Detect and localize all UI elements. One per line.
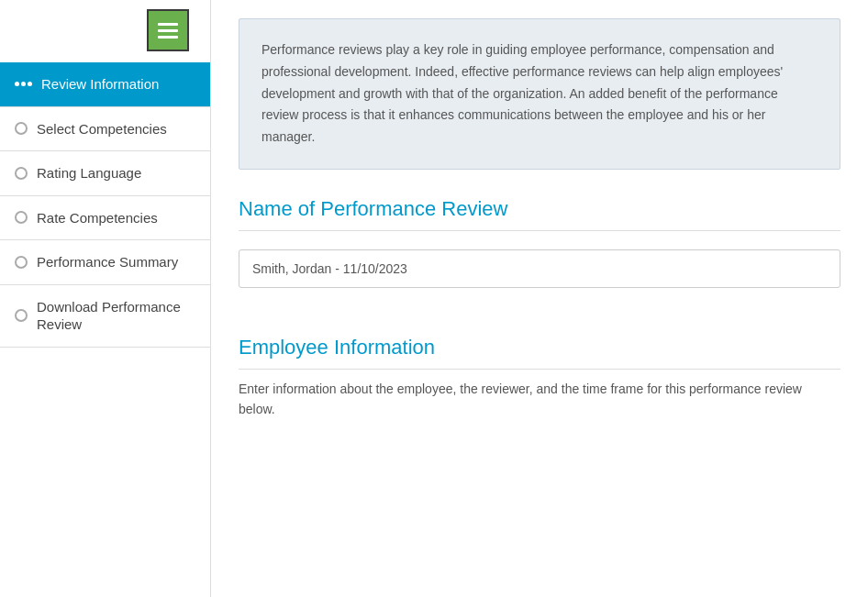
- menu-bar-3: [158, 36, 178, 39]
- sidebar-item-rate-competencies[interactable]: Rate Competencies: [0, 196, 210, 241]
- dots-icon: [15, 82, 32, 86]
- sidebar-item-review-information[interactable]: Review Information: [0, 62, 210, 107]
- sidebar-nav: Review Information Select Competencies R…: [0, 62, 210, 348]
- main-content: Performance reviews play a key role in g…: [211, 0, 868, 597]
- sidebar: Review Information Select Competencies R…: [0, 0, 211, 597]
- sidebar-item-performance-summary[interactable]: Performance Summary: [0, 240, 210, 285]
- radio-icon-rate-competencies: [15, 211, 28, 224]
- menu-bar-2: [158, 29, 178, 32]
- intro-box: Performance reviews play a key role in g…: [239, 18, 840, 170]
- performance-review-name-input[interactable]: [239, 249, 840, 288]
- sidebar-label-review-information: Review Information: [41, 75, 159, 94]
- radio-icon-rating-language: [15, 167, 28, 180]
- radio-icon-download-performance-review: [15, 309, 28, 322]
- sidebar-label-performance-summary: Performance Summary: [37, 253, 178, 271]
- employee-information-description: Enter information about the employee, th…: [239, 379, 840, 420]
- menu-bar-1: [158, 23, 178, 26]
- section-name-of-performance-review: Name of Performance Review: [239, 197, 840, 314]
- sidebar-label-rating-language: Rating Language: [37, 164, 141, 182]
- intro-text: Performance reviews play a key role in g…: [262, 39, 818, 149]
- sidebar-item-download-performance-review[interactable]: Download Performance Review: [0, 285, 210, 348]
- sidebar-item-select-competencies[interactable]: Select Competencies: [0, 107, 210, 152]
- sidebar-label-select-competencies: Select Competencies: [37, 120, 167, 138]
- radio-icon-select-competencies: [15, 122, 28, 135]
- section-title-name-of-performance-review: Name of Performance Review: [239, 197, 840, 231]
- sidebar-label-rate-competencies: Rate Competencies: [37, 209, 158, 227]
- radio-icon-performance-summary: [15, 256, 28, 269]
- section-employee-information: Employee Information Enter information a…: [239, 336, 840, 420]
- menu-button[interactable]: [147, 9, 189, 51]
- sidebar-item-rating-language[interactable]: Rating Language: [0, 151, 210, 196]
- section-title-employee-information: Employee Information: [239, 336, 840, 370]
- sidebar-label-download-performance-review: Download Performance Review: [37, 298, 195, 334]
